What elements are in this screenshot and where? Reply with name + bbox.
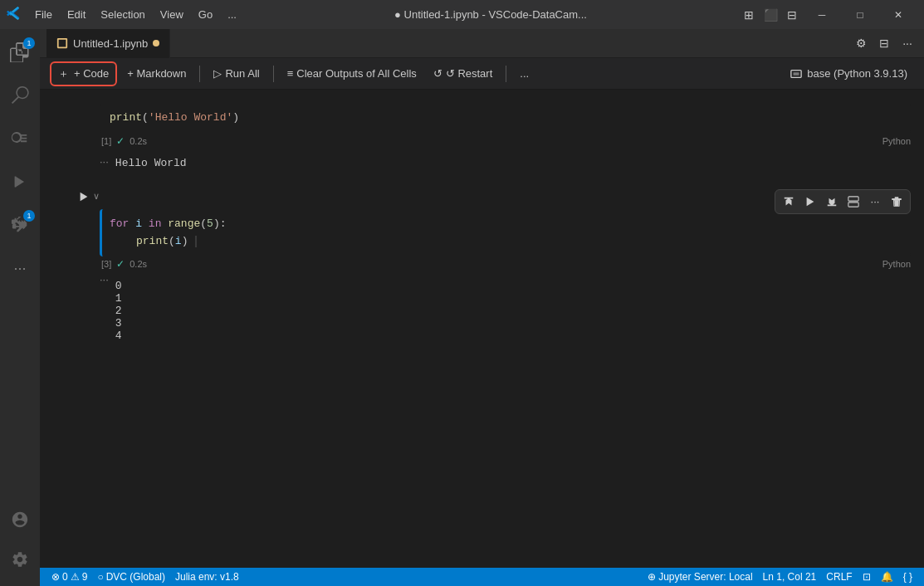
code-token: ( [142, 111, 149, 124]
output-line-1: 1 [115, 292, 122, 305]
menu-edit[interactable]: Edit [61, 7, 92, 22]
cell-delete-btn[interactable] [887, 192, 907, 212]
run-all-label: Run All [225, 67, 259, 80]
activity-item-extensions[interactable]: 1 [0, 205, 40, 245]
status-notifications[interactable]: 🔔 [876, 568, 898, 586]
run-all-button[interactable]: ▷ Run All [207, 64, 266, 83]
restart-label: ↺ Restart [446, 67, 493, 80]
status-dvc[interactable]: ○ DVC (Global) [92, 568, 170, 586]
status-encoding[interactable]: ⊡ [858, 568, 876, 586]
unsaved-dot [153, 40, 159, 46]
activity-item-files[interactable]: 1 [0, 32, 40, 72]
notification-icon: 🔔 [881, 571, 893, 583]
output-line-4: 4 [115, 330, 122, 342]
cell-2-run-button[interactable] [78, 191, 90, 203]
code-token: 'Hello World' [149, 111, 232, 124]
status-eol[interactable]: CRLF [821, 568, 857, 586]
output-line-0: 0 [115, 280, 122, 292]
cell-2-check: ✓ [116, 258, 125, 270]
jupyter-icon: ⊕ [648, 571, 656, 583]
window-title: ● Untitled-1.ipynb - VSCode-DataCam... [243, 8, 738, 21]
add-code-label: + Code [74, 67, 109, 80]
svg-rect-3 [848, 203, 858, 207]
status-position[interactable]: Ln 1, Col 21 [758, 568, 822, 586]
activity-item-settings[interactable] [0, 540, 40, 579]
cell-run-below-btn[interactable] [822, 192, 842, 212]
output-line-3: 3 [115, 317, 122, 330]
menu-go[interactable]: Go [192, 7, 219, 22]
cell-run-above-btn[interactable] [779, 192, 799, 212]
cell-1-output-row: ··· Hello World [100, 149, 911, 174]
error-count: 0 [62, 571, 68, 583]
code-token: in [149, 217, 162, 230]
cell-1-language: Python [882, 136, 911, 146]
cell-2-output: 0 1 2 3 4 [115, 276, 122, 345]
status-julia[interactable]: Julia env: v1.8 [170, 568, 244, 586]
output-line-2: 2 [115, 305, 122, 317]
menu-view[interactable]: View [154, 7, 190, 22]
extensions-badge: 1 [23, 210, 35, 222]
dvc-icon: ○ [97, 571, 103, 583]
status-remote[interactable]: { } [898, 568, 917, 586]
svg-rect-2 [848, 197, 858, 201]
add-markdown-label: + Markdown [127, 67, 186, 80]
more-toolbar-icon: ... [520, 67, 529, 80]
cell-toggle-output-btn[interactable] [843, 192, 863, 212]
toolbar-divider-1 [199, 66, 200, 82]
cell-2-output-dots: ··· [100, 273, 109, 345]
activity-item-run[interactable] [0, 162, 40, 202]
cell-more-btn[interactable]: ··· [865, 192, 885, 212]
jupyter-label: Jupyter Server: Local [658, 571, 752, 583]
notebook-tab-icon [56, 37, 68, 49]
cell-1-code[interactable]: print('Hello World') [100, 103, 911, 134]
code-token: ( [200, 217, 207, 230]
code-token: range [168, 217, 200, 230]
more-toolbar-button[interactable]: ... [513, 64, 535, 83]
cell-run-btn[interactable] [800, 192, 820, 212]
clear-outputs-button[interactable]: ≡ Clear Outputs of All Cells [281, 64, 423, 83]
layout-icon[interactable]: ⊞ [738, 4, 760, 26]
split-editor-btn[interactable]: ⊟ [874, 33, 894, 53]
customize-layout-icon[interactable]: ⊟ [781, 4, 803, 26]
add-markdown-button[interactable]: + Markdown [120, 64, 193, 83]
toolbar-right: base (Python 3.9.13) [784, 66, 914, 81]
svg-rect-1 [794, 72, 799, 76]
code-token: ): [213, 217, 227, 230]
minimize-button[interactable]: ─ [803, 0, 841, 29]
cell-2-toolbar: ··· [775, 189, 911, 214]
code-token: i [175, 235, 182, 247]
menu-file[interactable]: File [28, 7, 59, 22]
panel-icon[interactable]: ⬛ [760, 4, 781, 26]
maximize-button[interactable]: □ [841, 0, 879, 29]
restart-button[interactable]: ↺ ↺ Restart [427, 64, 500, 83]
more-actions-btn[interactable]: ··· [897, 33, 917, 53]
code-token: print [110, 111, 142, 124]
cell-2-code[interactable]: for i in range(5): print(i) [100, 209, 911, 257]
notebook-tab[interactable]: Untitled-1.ipynb [46, 29, 170, 58]
status-jupyter[interactable]: ⊕ Jupyter Server: Local [643, 568, 757, 586]
activity-item-search[interactable] [0, 76, 40, 115]
eol-label: CRLF [826, 571, 852, 583]
add-code-button[interactable]: ＋ + Code [50, 61, 117, 86]
cell-1-output-dots: ··· [100, 155, 109, 168]
toolbar-divider-3 [506, 66, 506, 82]
menu-more[interactable]: ... [221, 7, 243, 22]
julia-label: Julia env: v1.8 [175, 571, 239, 583]
cell-1-check: ✓ [116, 135, 125, 147]
activity-item-more[interactable]: ··· [0, 248, 40, 288]
menu-selection[interactable]: Selection [94, 7, 151, 22]
activity-item-account[interactable] [0, 500, 40, 540]
restart-icon: ↺ [433, 67, 442, 80]
close-button[interactable]: ✕ [879, 0, 917, 29]
toolbar-divider-2 [273, 66, 274, 82]
cell-2-chevron[interactable]: ∨ [93, 191, 100, 202]
position-label: Ln 1, Col 21 [763, 571, 817, 583]
tab-filename: Untitled-1.ipynb [73, 37, 148, 50]
code-token: print [136, 235, 169, 247]
cell-2: ··· [40, 188, 924, 354]
kernel-selector[interactable]: base (Python 3.9.13) [784, 66, 914, 81]
warning-icon: ⚠ [71, 571, 80, 583]
settings-icon-btn[interactable]: ⚙ [851, 33, 871, 53]
status-errors[interactable]: ⊗ 0 ⚠ 9 [46, 568, 92, 586]
activity-item-source-control[interactable] [0, 119, 40, 159]
